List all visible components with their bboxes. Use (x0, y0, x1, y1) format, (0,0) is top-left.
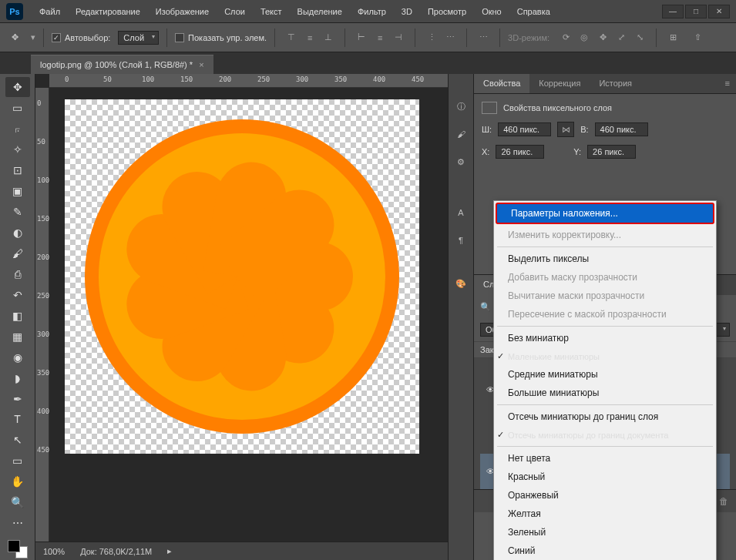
link-wh-icon[interactable]: ⋈ (557, 122, 574, 137)
menu-edit[interactable]: Редактирование (69, 2, 147, 21)
ctx-color-none[interactable]: Нет цвета (494, 449, 716, 468)
hand-tool[interactable]: ✋ (5, 471, 30, 491)
lasso-tool[interactable]: ⟔ (5, 119, 30, 139)
document-info[interactable]: Док: 768,0K/2,11M (80, 547, 152, 556)
close-tab-icon[interactable]: × (199, 60, 203, 69)
menu-3d[interactable]: 3D (395, 2, 419, 21)
move-tool-icon: ✥ (6, 29, 23, 46)
3d-roll-icon[interactable]: ◎ (576, 29, 593, 46)
type-tool[interactable]: T (5, 410, 30, 430)
ctx-no-thumb[interactable]: Без миниатюр (494, 329, 716, 347)
marquee-tool[interactable]: ▭ (5, 98, 30, 118)
search-icon[interactable]: 🔍 (480, 302, 491, 312)
workspace-icon[interactable]: ⊞ (664, 29, 681, 46)
menu-layer[interactable]: Слои (217, 2, 252, 21)
autoselect-target-dropdown[interactable]: Слой (118, 31, 159, 45)
close-button[interactable]: ✕ (708, 5, 730, 18)
brush-panel-icon[interactable]: 🖌 (452, 125, 470, 143)
menu-view[interactable]: Просмотр (421, 2, 473, 21)
ctx-color-yellow[interactable]: Желтая (494, 505, 716, 523)
gradient-tool[interactable]: ▦ (5, 327, 30, 347)
delete-icon[interactable]: 🗑 (719, 496, 728, 507)
3d-orbit-icon[interactable]: ⟳ (557, 29, 574, 46)
distribute-h-icon[interactable]: ⋮ (423, 29, 440, 46)
menu-image[interactable]: Изображение (149, 2, 216, 21)
ctx-large-thumb[interactable]: Большие миниатюры (494, 384, 716, 402)
edit-toolbar-icon[interactable]: ⋯ (5, 513, 30, 533)
x-field[interactable]: 26 пикс. (496, 145, 544, 159)
menu-text[interactable]: Текст (254, 2, 289, 21)
3d-zoom-icon[interactable]: ⤡ (631, 29, 648, 46)
info-panel-icon[interactable]: ⓘ (452, 97, 470, 116)
document-canvas[interactable] (65, 99, 419, 454)
zoom-tool[interactable]: 🔍 (5, 492, 30, 512)
para-panel-icon[interactable]: ¶ (452, 231, 470, 250)
minimize-button[interactable]: — (662, 5, 684, 18)
ctx-color-green[interactable]: Зеленый (494, 523, 716, 542)
frame-tool[interactable]: ▣ (5, 181, 30, 201)
share-icon[interactable]: ⇧ (689, 29, 706, 46)
align-right-icon[interactable]: ⊣ (390, 29, 407, 46)
menu-file[interactable]: Файл (32, 2, 67, 21)
shape-tool[interactable]: ▭ (5, 451, 30, 471)
align-vcenter-icon[interactable]: ≡ (301, 29, 318, 46)
eyedropper-tool[interactable]: ✎ (5, 202, 30, 222)
show-controls-checkbox[interactable]: Показать упр. элем. (175, 33, 267, 42)
stamp-tool[interactable]: ⎙ (5, 264, 30, 284)
healing-tool[interactable]: ◐ (5, 223, 30, 243)
document-tab[interactable]: logotip.png @ 100% (Слой 1, RGB/8#) * × (31, 55, 213, 74)
tab-properties[interactable]: Свойства (474, 74, 529, 93)
ctx-clip-doc[interactable]: ✓Отсечь миниатюры до границ документа (494, 426, 716, 444)
zoom-level[interactable]: 100% (43, 547, 65, 556)
3d-pan-icon[interactable]: ✥ (594, 29, 611, 46)
color-panel-icon[interactable]: 🎨 (452, 274, 470, 293)
adjust-panel-icon[interactable]: ⚙ (452, 153, 470, 171)
menu-select[interactable]: Выделение (291, 2, 349, 21)
crop-tool[interactable]: ⊡ (5, 160, 30, 180)
align-top-icon[interactable]: ⊤ (283, 29, 300, 46)
y-field[interactable]: 26 пикс. (587, 145, 636, 159)
more-align-icon[interactable]: ⋯ (475, 29, 492, 46)
chevron-down-icon[interactable]: ▾ (31, 32, 35, 42)
align-bottom-icon[interactable]: ⊥ (320, 29, 337, 46)
menu-help[interactable]: Справка (510, 2, 557, 21)
ctx-clip-layer[interactable]: Отсечь миниатюры до границ слоя (494, 407, 716, 426)
tab-adjustments[interactable]: Коррекция (529, 74, 590, 93)
width-field[interactable]: 460 пикс. (498, 122, 551, 136)
canvas[interactable] (49, 88, 448, 542)
ctx-blending-options[interactable]: Параметры наложения... (496, 203, 714, 224)
ctx-small-thumb[interactable]: ✓Маленькие миниатюры (494, 347, 716, 365)
ctx-select-pixels[interactable]: Выделить пикселы (494, 250, 716, 268)
panel-menu-icon[interactable]: ≡ (719, 74, 736, 93)
history-brush-tool[interactable]: ↶ (5, 285, 30, 305)
eraser-tool[interactable]: ◧ (5, 306, 30, 326)
ctx-medium-thumb[interactable]: Средние миниатюры (494, 365, 716, 384)
3d-slide-icon[interactable]: ⤢ (613, 29, 630, 46)
ctx-color-blue[interactable]: Синий (494, 542, 716, 560)
align-left-icon[interactable]: ⊢ (353, 29, 370, 46)
color-swatches[interactable] (6, 538, 29, 560)
status-arrow-icon[interactable]: ▸ (167, 546, 172, 556)
ctx-color-orange[interactable]: Оранжевый (494, 486, 716, 505)
maximize-button[interactable]: □ (685, 5, 707, 18)
tab-history[interactable]: История (590, 74, 641, 93)
blur-tool[interactable]: ◉ (5, 347, 30, 367)
menu-filter[interactable]: Фильтр (351, 2, 393, 21)
distribute-v-icon[interactable]: ⋯ (442, 29, 459, 46)
ps-logo-icon: Ps (6, 3, 23, 20)
autoselect-checkbox[interactable]: Автовыбор: (52, 33, 110, 42)
brush-tool[interactable]: 🖌 (5, 243, 30, 263)
path-select-tool[interactable]: ↖ (5, 430, 30, 450)
move-tool[interactable]: ✥ (5, 77, 30, 97)
toolbox: ✥ ▭ ⟔ ✧ ⊡ ▣ ✎ ◐ 🖌 ⎙ ↶ ◧ ▦ ◉ ◗ ✒ T ↖ ▭ ✋ … (0, 74, 35, 560)
pen-tool[interactable]: ✒ (5, 389, 30, 409)
y-label: Y: (573, 147, 581, 156)
menu-window[interactable]: Окно (475, 2, 509, 21)
magic-wand-tool[interactable]: ✧ (5, 139, 30, 159)
char-panel-icon[interactable]: A (452, 203, 470, 222)
align-hcenter-icon[interactable]: ≡ (371, 29, 388, 46)
height-field[interactable]: 460 пикс. (595, 122, 648, 136)
height-label: В: (580, 125, 588, 134)
dodge-tool[interactable]: ◗ (5, 368, 30, 388)
ctx-color-red[interactable]: Красный (494, 468, 716, 486)
